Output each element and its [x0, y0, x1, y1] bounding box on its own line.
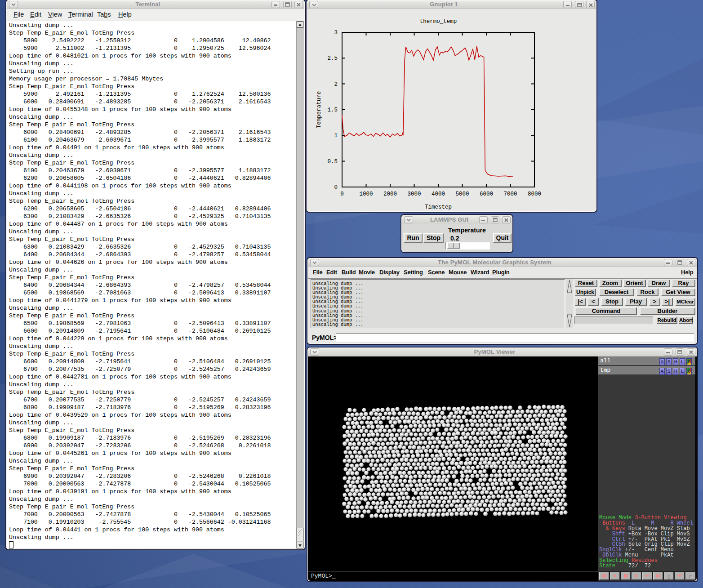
- svg-text:2000: 2000: [383, 191, 397, 197]
- svg-text:7000: 7000: [503, 191, 517, 197]
- svg-text:0.5: 0.5: [327, 159, 338, 165]
- svg-text:0: 0: [334, 184, 338, 191]
- svg-text:6000: 6000: [480, 191, 493, 197]
- svg-text:0: 0: [340, 191, 344, 197]
- svg-text:4000: 4000: [432, 191, 445, 197]
- svg-text:thermo_temp: thermo_temp: [420, 18, 457, 25]
- svg-text:3000: 3000: [407, 191, 421, 197]
- svg-text:3: 3: [334, 30, 338, 36]
- svg-text:Temperature: Temperature: [316, 91, 322, 129]
- svg-text:1: 1: [334, 133, 338, 139]
- svg-text:1000: 1000: [359, 191, 373, 197]
- svg-text:2.5: 2.5: [327, 55, 338, 62]
- svg-text:5000: 5000: [455, 191, 469, 197]
- svg-text:8000: 8000: [528, 191, 541, 197]
- svg-text:Timestep: Timestep: [425, 204, 452, 210]
- svg-text:2: 2: [334, 81, 338, 88]
- svg-text:1.5: 1.5: [327, 107, 338, 113]
